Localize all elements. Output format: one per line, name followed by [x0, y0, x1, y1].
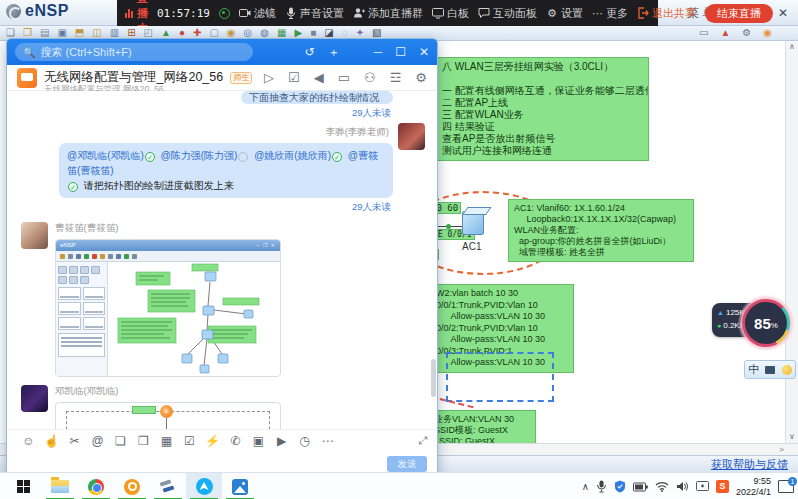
group-settings-icon[interactable]: ⚙ [415, 70, 427, 85]
ac1-device-icon[interactable] [462, 211, 484, 235]
unread-count-link[interactable]: 29人未读 [7, 201, 437, 214]
toolbar-icon[interactable]: ▭ [699, 27, 708, 39]
taskbar-photos[interactable] [222, 473, 258, 499]
toolbar-icon[interactable]: ⚙ [742, 27, 751, 39]
message-list[interactable]: 下面抽查大家的拓扑绘制情况 29人未读 李骅(李骅老师) @邓凯临(邓凯临)✓ … [7, 91, 437, 429]
sound-settings-button[interactable]: 声音设置 [285, 6, 344, 21]
wifi-tray-icon[interactable] [655, 481, 669, 492]
group-badge: 师生 [230, 72, 252, 84]
compose-tool-icon[interactable]: ▦ [155, 434, 178, 448]
exit-icon [637, 7, 649, 19]
speaker-tray-icon[interactable] [676, 481, 689, 492]
ime-toolbar[interactable]: 中 [744, 360, 796, 379]
ime-emoji-icon[interactable] [782, 365, 792, 375]
compose-tool-icon[interactable]: @ [86, 434, 109, 448]
note-ac1-config: AC1: Vlanif60: 1X.1.60.1/24 Loopback0:1X… [508, 199, 694, 262]
send-button[interactable]: 发送 [387, 456, 427, 472]
end-live-button[interactable]: 结束直播 [705, 4, 773, 23]
ime-language-indicator[interactable]: 中 [748, 362, 759, 377]
taskbar: ∧ S 9:55 2022/4/1 1 [0, 472, 798, 499]
action-center-icon[interactable]: 1 [778, 480, 794, 493]
mini-topology [108, 262, 278, 374]
whiteboard-button[interactable]: 白板 [432, 6, 469, 21]
deng-avatar[interactable] [21, 385, 48, 412]
unread-count-link[interactable]: 29人未读 [7, 107, 437, 120]
microphone-tray-icon[interactable] [596, 480, 607, 493]
scroll-down-arrow[interactable]: ∨ [786, 431, 798, 443]
tray-date: 2022/4/1 [736, 487, 771, 498]
history-icon[interactable]: ↺ [305, 45, 315, 59]
keyboard-icon[interactable] [765, 366, 775, 374]
taskbar-ensp[interactable] [150, 473, 186, 499]
taskbar-chrome[interactable] [78, 473, 114, 499]
compose-tool-icon[interactable]: ⚡ [201, 434, 224, 448]
compose-tool-icon[interactable]: ❏ [109, 434, 132, 448]
folder-icon[interactable]: ▭ [338, 70, 350, 85]
toolbar-icon[interactable]: ◉ [763, 27, 772, 39]
mini-window-toolbar [56, 251, 280, 262]
taskbar-file-explorer[interactable] [42, 473, 78, 499]
touchpad-tray-icon[interactable] [696, 481, 709, 492]
expand-compose-icon[interactable]: ⤢ [418, 434, 427, 447]
compose-tool-icon[interactable]: ▶ [270, 434, 293, 448]
more-button[interactable]: ⋯更多 [592, 6, 628, 21]
help-feedback-link[interactable]: 获取帮助与反馈 [711, 457, 788, 472]
compose-tool-icon[interactable]: ✂ [63, 434, 86, 448]
group-header-icons: ▷ ☑ ◀ ▭ ⚇ ☲ ⚙ [264, 70, 427, 85]
search-input[interactable]: 🔍 搜索 (Ctrl+Shift+F) [15, 43, 253, 61]
add-member-icon[interactable]: ⚇ [364, 70, 376, 85]
microphone-icon [285, 7, 297, 19]
settings-button[interactable]: ⚙设置 [546, 6, 583, 21]
add-live-group-button[interactable]: 添加直播群 [353, 6, 423, 21]
scroll-up-arrow[interactable]: ∧ [786, 41, 798, 53]
sender-name: 邓凯临(邓凯临) [55, 385, 437, 398]
announcement-icon[interactable]: ◀ [314, 70, 324, 85]
compose-tool-icon[interactable]: ⋯ [316, 434, 339, 448]
screenshot-image[interactable]: eNSP─ ❐ ✕ [55, 239, 281, 377]
mention-link[interactable]: @邓凯临(邓凯临) [67, 150, 144, 161]
task-icon[interactable]: ☑ [288, 70, 300, 85]
compose-tool-icon[interactable]: ▣ [247, 434, 270, 448]
start-button[interactable] [6, 473, 42, 499]
filter-button[interactable]: 滤镜 [239, 6, 276, 21]
taskbar-recorder[interactable] [114, 473, 150, 499]
recorder-icon [124, 479, 140, 495]
taskbar-qq-active[interactable] [186, 473, 222, 499]
canvas-vertical-scrollbar[interactable]: ∧ ∨ [785, 41, 798, 443]
minimize-button[interactable]: ─ [374, 45, 383, 59]
beauty-status-icon[interactable] [219, 8, 230, 19]
group-avatar[interactable] [17, 68, 37, 88]
hidden-icons-chevron[interactable]: ∧ [582, 481, 589, 492]
mention-link[interactable]: @陈力强(陈力强) [161, 150, 238, 161]
exit-share-button[interactable]: 退出共享 [637, 6, 696, 21]
performance-ball[interactable]: 85% [738, 295, 794, 351]
mention-link[interactable]: @姚欣雨(姚欣雨) [254, 150, 331, 161]
search-placeholder: 搜索 (Ctrl+Shift+F) [40, 45, 131, 60]
screen-share-icon[interactable]: ▷ [264, 70, 274, 85]
message-row: 曹筱笛(曹筱笛) eNSP─ ❐ ✕ [7, 222, 437, 377]
shield-tray-icon[interactable] [614, 480, 626, 493]
live-timer: 01:57:19 [157, 7, 210, 20]
toolbar-icon[interactable]: ▲ [720, 27, 730, 39]
notification-badge: 1 [788, 477, 797, 486]
teacher-avatar[interactable] [398, 123, 425, 150]
window-control-button[interactable]: ✕ [778, 6, 788, 20]
close-button[interactable]: ✕ [419, 45, 429, 59]
maximize-button[interactable]: ☐ [395, 45, 406, 59]
message-search-icon[interactable]: ☲ [390, 70, 402, 85]
chat-window: 🔍 搜索 (Ctrl+Shift+F) ↺ ＋ ─ ☐ ✕ 无线网络配置与管理_… [6, 38, 438, 486]
battery-tray-icon[interactable] [633, 482, 648, 492]
compose-tool-icon[interactable]: ✆ [224, 434, 247, 448]
sogou-input-icon[interactable]: S [716, 480, 729, 493]
diagram-image[interactable]: ✳ [55, 402, 281, 429]
interaction-panel-button[interactable]: 互动面板 [478, 6, 537, 21]
compose-tool-icon[interactable]: ◷ [293, 434, 316, 448]
compose-tool-icon[interactable]: ☝ [40, 434, 63, 448]
add-icon[interactable]: ＋ [328, 44, 340, 61]
cao-avatar[interactable] [21, 222, 48, 249]
compose-tool-icon[interactable]: ☑ [178, 434, 201, 448]
compose-tool-icon[interactable]: ❐ [132, 434, 155, 448]
tray-clock[interactable]: 9:55 2022/4/1 [736, 476, 771, 498]
chat-scrollbar-thumb[interactable] [431, 359, 436, 397]
compose-tool-icon[interactable]: ☺ [17, 434, 40, 448]
